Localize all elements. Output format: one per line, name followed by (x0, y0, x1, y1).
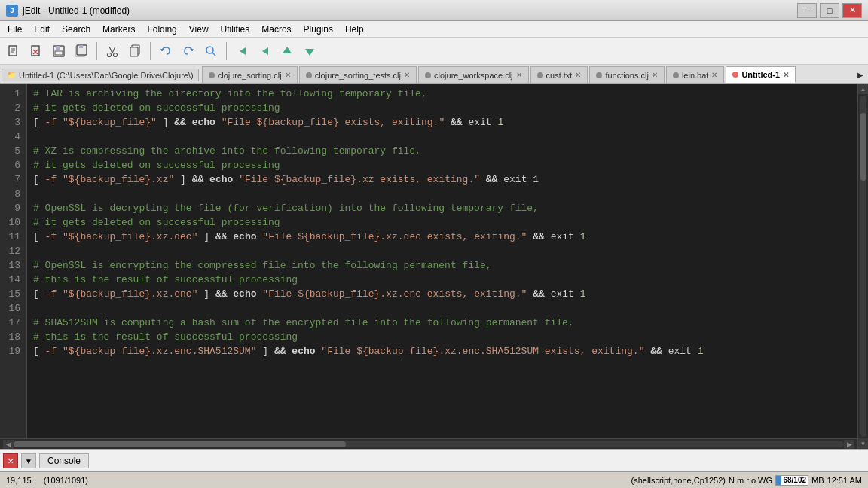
toolbar-save-all-btn[interactable] (71, 41, 92, 62)
menu-bar: File Edit Search Markers Folding View Ut… (0, 21, 868, 38)
tab-cust-txt[interactable]: cust.txt ✕ (530, 66, 588, 83)
memory-numbers: 68/102 (781, 476, 808, 484)
code-line-10: # it gets deleted on successful processi… (33, 215, 851, 230)
console-tab[interactable]: Console (39, 453, 89, 468)
code-line-11: [ -f "${backup_file}.xz.dec" ] && echo "… (33, 230, 851, 244)
close-button[interactable]: ✕ (842, 3, 862, 18)
code-line-19: [ -f "${backup_file}.xz.enc.SHA512SUM" ]… (33, 344, 851, 358)
minimize-button[interactable]: ─ (797, 3, 817, 18)
status-mem-label: MB (811, 476, 824, 485)
tab-close-clojure-sorting-tests[interactable]: ✕ (404, 71, 410, 79)
svg-line-15 (109, 47, 112, 53)
toolbar-undo-btn[interactable] (155, 41, 176, 62)
menu-plugins[interactable]: Plugins (298, 23, 339, 36)
memory-used-fill (776, 476, 781, 485)
memory-bar: 68/102 (775, 475, 808, 486)
console-stop-btn[interactable]: ✕ (3, 453, 18, 468)
v-scrollbar-thumb[interactable] (860, 113, 866, 181)
status-time: 12:51 AM (827, 476, 862, 485)
code-editor[interactable]: # TAR is archiving the directory into th… (27, 84, 857, 438)
toolbar-copy-btn[interactable] (124, 41, 145, 62)
v-scroll-up[interactable]: ▲ (858, 84, 869, 94)
tab-close-untitled1[interactable]: ✕ (783, 71, 789, 79)
h-scrollbar-track[interactable] (14, 441, 844, 447)
editor-scroll[interactable]: 1 2 3 4 5 6 7 8 9 10 11 12 13 14 (0, 84, 857, 438)
toolbar-up-btn[interactable] (277, 41, 298, 62)
toolbar-close-btn[interactable] (26, 41, 47, 62)
svg-rect-4 (32, 46, 39, 56)
svg-point-21 (206, 47, 213, 53)
v-scroll-down[interactable]: ▼ (858, 438, 869, 449)
code-line-7: [ -f "${backup_file}.xz" ] && echo "File… (33, 172, 851, 187)
svg-marker-24 (262, 47, 268, 55)
menu-search[interactable]: Search (56, 23, 96, 36)
tab-untitled1[interactable]: Untitled-1 ✕ (726, 66, 796, 83)
toolbar-prev-btn[interactable] (231, 41, 252, 62)
horizontal-scrollbar[interactable]: ◀ ▶ (0, 438, 857, 449)
toolbar-sep-2 (150, 42, 151, 60)
menu-markers[interactable]: Markers (96, 23, 141, 36)
svg-point-13 (108, 53, 112, 56)
status-selection: (1091/1091) (44, 476, 88, 485)
svg-rect-12 (79, 45, 83, 48)
toolbar-sep-3 (226, 42, 227, 60)
toolbar-save-btn[interactable] (48, 41, 69, 62)
status-modes: N m r o WG (729, 476, 772, 485)
menu-utilities[interactable]: Utilities (215, 23, 256, 36)
code-line-17: # SHA512SUM is computing a hash sum of t… (33, 316, 851, 330)
tab-lein-bat[interactable]: lein.bat ✕ (666, 66, 724, 83)
tab-clojure-sorting[interactable]: clojure_sorting.clj ✕ (202, 66, 298, 83)
app-icon: J (6, 5, 18, 17)
title-bar: J jEdit - Untitled-1 (modified) ─ □ ✕ (0, 0, 868, 21)
toolbar-search-btn[interactable] (200, 41, 222, 62)
menu-folding[interactable]: Folding (141, 23, 182, 36)
menu-macros[interactable]: Macros (255, 23, 297, 36)
title-text: jEdit - Untitled-1 (modified) (23, 5, 130, 16)
tab-clojure-workspace[interactable]: clojure_workspace.clj ✕ (418, 66, 529, 83)
toolbar (0, 38, 868, 65)
toolbar-next-btn[interactable] (254, 41, 275, 62)
tabs-row: clojure_sorting.clj ✕ clojure_sorting_te… (202, 66, 854, 83)
svg-marker-23 (240, 47, 246, 55)
line-numbers: 1 2 3 4 5 6 7 8 9 10 11 12 13 14 (0, 84, 27, 438)
console-dropdown[interactable]: ▼ (21, 453, 36, 468)
h-scrollbar-thumb[interactable] (14, 441, 346, 447)
code-line-5: # XZ is compressing the archive into the… (33, 144, 851, 158)
tab-functions-clj[interactable]: functions.clj ✕ (589, 66, 664, 83)
tab-scroll-right[interactable]: ▶ (854, 66, 866, 83)
code-line-12 (33, 244, 851, 258)
svg-rect-9 (55, 51, 63, 55)
code-line-18: # this is the result of successful proce… (33, 330, 851, 344)
toolbar-redo-btn[interactable] (178, 41, 199, 62)
menu-view[interactable]: View (183, 23, 215, 36)
tab-close-functions-clj[interactable]: ✕ (652, 71, 658, 79)
tab-close-lein-bat[interactable]: ✕ (711, 71, 717, 79)
toolbar-down-btn[interactable] (299, 41, 320, 62)
menu-file[interactable]: File (2, 23, 28, 36)
status-position: 19,115 (6, 476, 32, 485)
status-bar: 19,115 (1091/1091) (shellscript,none,Cp1… (0, 471, 868, 488)
tab-close-cust-txt[interactable]: ✕ (575, 71, 581, 79)
menu-help[interactable]: Help (339, 23, 370, 36)
code-line-2: # it gets deleted on successful processi… (33, 101, 851, 115)
svg-rect-8 (56, 46, 60, 50)
code-line-13: # OpenSSL is encrypting the compressed f… (33, 258, 851, 273)
h-scroll-right[interactable]: ▶ (844, 440, 854, 449)
console-panel: ✕ ▼ Console (0, 449, 868, 471)
toolbar-cut-btn[interactable] (102, 41, 123, 62)
tab-clojure-sorting-tests[interactable]: clojure_sorting_tests.clj ✕ (299, 66, 417, 83)
code-line-6: # it gets deleted on successful processi… (33, 158, 851, 172)
code-line-9: # OpenSSL is decrypting the file (for ve… (33, 201, 851, 215)
v-scrollbar-track[interactable] (860, 96, 866, 437)
svg-marker-25 (283, 47, 292, 53)
tab-close-clojure-sorting[interactable]: ✕ (285, 71, 291, 79)
tab-close-clojure-workspace[interactable]: ✕ (516, 71, 522, 79)
status-filetype: (shellscript,none,Cp1252) (631, 476, 726, 485)
vertical-scrollbar[interactable]: ▲ ▼ (857, 84, 868, 449)
svg-rect-18 (130, 47, 138, 56)
restore-button[interactable]: □ (820, 3, 839, 18)
toolbar-new-btn[interactable] (3, 41, 24, 62)
svg-marker-26 (305, 49, 314, 56)
menu-edit[interactable]: Edit (28, 23, 56, 36)
h-scroll-left[interactable]: ◀ (3, 440, 14, 449)
